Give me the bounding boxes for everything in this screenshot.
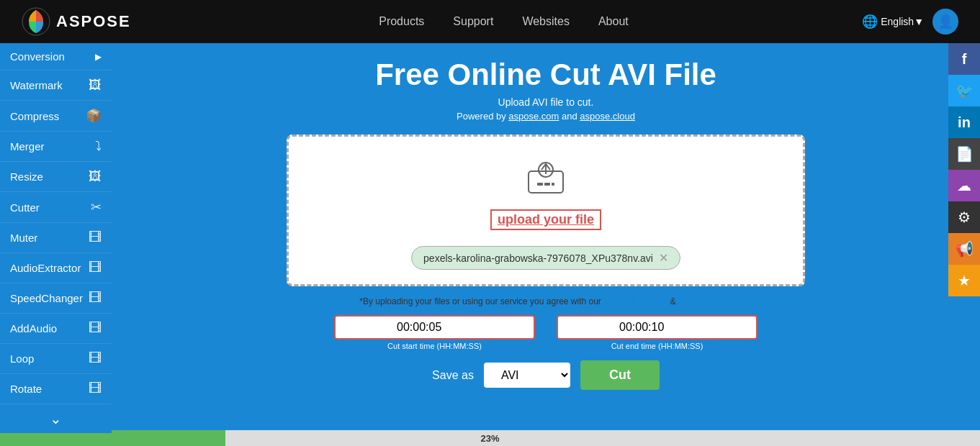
watermark-icon: 🖼 — [89, 78, 102, 93]
svg-rect-6 — [552, 183, 554, 186]
user-avatar[interactable]: 👤 — [932, 9, 958, 35]
twitter-button[interactable]: 🐦 — [948, 75, 980, 106]
powered-by: Powered by aspose.com and aspose.cloud — [140, 111, 951, 122]
chevron-right-icon: ▶ — [95, 52, 102, 62]
cut-end-hint: Cut end time (HH:MM:SS) — [557, 342, 758, 350]
sidebar-item-speedchanger[interactable]: SpeedChanger 🎞 — [0, 283, 112, 314]
cutter-icon: ✂ — [91, 199, 102, 215]
rotate-icon: 🎞 — [89, 381, 102, 396]
sidebar: Conversion ▶ Watermark 🖼 Compress 📦 Merg… — [0, 43, 112, 433]
star-button[interactable]: ★ — [948, 265, 980, 296]
sidebar-more-button[interactable]: ⌄ — [0, 404, 112, 433]
audioextractor-icon: 🎞 — [89, 260, 102, 276]
upload-link[interactable]: upload your file — [490, 209, 601, 230]
merger-icon: ⤵ — [95, 139, 102, 154]
sidebar-item-compress[interactable]: Compress 📦 — [0, 101, 112, 132]
cut-start-label: Cut Start — [343, 322, 390, 333]
sidebar-item-rotate[interactable]: Rotate 🎞 — [0, 374, 112, 404]
social-sidebar: f 🐦 in 📄 ☁ ⚙ 📢 ★ — [948, 43, 980, 296]
nav-about[interactable]: About — [598, 15, 629, 28]
cut-start-row: Cut Start — [334, 315, 535, 340]
cut-end-input[interactable] — [619, 321, 749, 334]
cloud-button[interactable]: ☁ — [948, 170, 980, 201]
svg-rect-1 — [529, 171, 563, 193]
upload-icon — [310, 157, 781, 204]
page-title: Free Online Cut AVI File — [140, 58, 951, 92]
upload-box[interactable]: upload your file pexels-karolina-grabows… — [287, 135, 805, 286]
sidebar-item-conversion[interactable]: Conversion ▶ — [0, 43, 112, 70]
document-button[interactable]: 📄 — [948, 138, 980, 170]
announce-button[interactable]: 📢 — [948, 233, 980, 265]
nav-links: Products Support Websites About — [174, 15, 834, 28]
sidebar-item-loop[interactable]: Loop 🎞 — [0, 344, 112, 374]
sidebar-item-watermark[interactable]: Watermark 🖼 — [0, 70, 112, 101]
top-navigation: ASPOSE Products Support Websites About 🌐… — [0, 0, 980, 43]
svg-rect-5 — [544, 183, 550, 186]
nav-support[interactable]: Support — [453, 15, 493, 28]
terms-text: *By uploading your files or using our se… — [140, 296, 951, 306]
save-as-select[interactable]: AVIMP4MOVWMVFLVMKV — [484, 363, 570, 388]
file-badge: pexels-karolina-grabowska-7976078_XPu378… — [411, 246, 680, 270]
page-subtitle: Upload AVI file to cut. — [140, 96, 951, 108]
aspose-cloud-link[interactable]: aspose.cloud — [580, 111, 635, 122]
logo[interactable]: ASPOSE — [22, 7, 131, 36]
cut-end-label: Cut End — [565, 322, 612, 333]
sidebar-item-merger[interactable]: Merger ⤵ — [0, 132, 112, 162]
speedchanger-icon: 🎞 — [89, 291, 102, 306]
progress-bar-container: 23% — [0, 430, 980, 446]
addaudio-icon: 🎞 — [89, 321, 102, 336]
cut-start-group: Cut Start Cut start time (HH:MM:SS) — [334, 315, 535, 350]
compress-icon: 📦 — [86, 108, 102, 124]
privacy-link[interactable]: Privacy Policy — [678, 296, 732, 306]
muter-icon: 🎞 — [89, 230, 102, 245]
cut-end-group: Cut End Cut end time (HH:MM:SS) — [557, 315, 758, 350]
logo-text: ASPOSE — [56, 12, 131, 31]
resize-icon: 🖼 — [89, 169, 102, 184]
nav-products[interactable]: Products — [379, 15, 424, 28]
nav-websites[interactable]: Websites — [522, 15, 570, 28]
sidebar-item-cutter[interactable]: Cutter ✂ — [0, 192, 112, 223]
nav-right: 🌐 English▼ 👤 — [862, 9, 958, 35]
main-content: Free Online Cut AVI File Upload AVI file… — [112, 43, 980, 446]
sidebar-item-addaudio[interactable]: AddAudio 🎞 — [0, 314, 112, 344]
file-name: pexels-karolina-grabowska-7976078_XPu378… — [423, 252, 653, 264]
cut-button[interactable]: Cut — [580, 360, 660, 390]
sidebar-item-muter[interactable]: Muter 🎞 — [0, 223, 112, 253]
cut-start-hint: Cut start time (HH:MM:SS) — [334, 342, 535, 350]
svg-rect-4 — [537, 183, 543, 186]
cut-end-row: Cut End — [557, 315, 758, 340]
linkedin-button[interactable]: in — [948, 106, 980, 138]
remove-file-button[interactable]: ✕ — [659, 251, 668, 265]
language-selector[interactable]: 🌐 English▼ — [862, 14, 924, 29]
github-button[interactable]: ⚙ — [948, 201, 980, 233]
save-as-label: Save as — [432, 369, 474, 382]
facebook-button[interactable]: f — [948, 43, 980, 75]
progress-label: 23% — [480, 433, 499, 444]
sidebar-item-resize[interactable]: Resize 🖼 — [0, 162, 112, 192]
saveas-row: Save as AVIMP4MOVWMVFLVMKV Cut — [140, 360, 951, 390]
sidebar-item-audioextractor[interactable]: AudioExtractor 🎞 — [0, 253, 112, 283]
cut-start-input[interactable] — [397, 321, 526, 334]
cut-controls: Cut Start Cut start time (HH:MM:SS) Cut … — [140, 315, 951, 350]
loop-icon: 🎞 — [89, 351, 102, 366]
terms-link[interactable]: Terms of Service — [603, 296, 667, 306]
aspose-com-link[interactable]: aspose.com — [508, 111, 559, 122]
